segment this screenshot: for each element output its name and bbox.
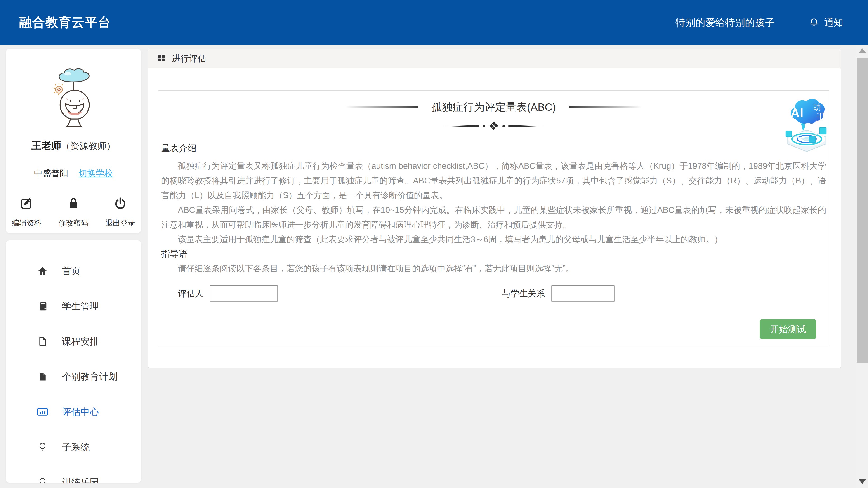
sidebar-item-students[interactable]: 学生管理 xyxy=(6,289,141,324)
sidebar-item-subsystem[interactable]: 子系统 xyxy=(6,429,141,465)
assessment-form: 评估人 与学生关系 xyxy=(158,285,829,303)
sidebar-item-home[interactable]: 首页 xyxy=(6,253,141,289)
change-password-button[interactable]: 修改密码 xyxy=(59,197,88,228)
start-test-button[interactable]: 开始测试 xyxy=(760,319,816,339)
ornament-divider: ❖ xyxy=(158,120,829,132)
svg-text:助: 助 xyxy=(813,103,821,112)
avatar xyxy=(45,67,102,128)
intro-paragraph: ABC量表采用问卷式，由家长（父母、教师）填写，在10~15分钟内完成。在临床实… xyxy=(161,203,826,232)
change-password-label: 修改密码 xyxy=(59,218,88,228)
app-logo: 融合教育云平台 xyxy=(19,14,111,31)
file-outline-icon xyxy=(36,336,49,346)
profile-card: 王老师（资源教师） 中盛普阳 切换学校 编辑资料 xyxy=(6,48,141,233)
header-slogan: 特别的爱给特别的孩子 xyxy=(675,16,775,29)
relation-field: 与学生关系 xyxy=(502,285,615,302)
intro-paragraph: 孤独症行为评定量表又称孤独症儿童行为检查量表（autism behavior c… xyxy=(161,159,826,203)
ornament-line-right xyxy=(508,125,545,127)
nav-label: 个别教育计划 xyxy=(62,370,118,383)
guide-paragraph: 请仔细逐条阅读以下各条目，若您的孩子有该项表现则请在项目的选项中选择“有”，若无… xyxy=(161,261,826,276)
bar-chart-icon xyxy=(36,407,49,417)
school-row: 中盛普阳 切换学校 xyxy=(6,168,141,179)
sidebar-item-assessment-center[interactable]: 评估中心 xyxy=(6,394,141,429)
guide-heading: 指导语 xyxy=(161,247,826,261)
power-icon xyxy=(114,197,127,211)
header-right: 特别的爱给特别的孩子 通知 xyxy=(675,16,843,29)
notifications-button[interactable]: 通知 xyxy=(809,16,843,29)
sidebar-nav: 首页 学生管理 课 xyxy=(6,240,141,483)
edit-icon xyxy=(20,197,33,211)
scrollbar xyxy=(857,45,868,488)
app-root: 融合教育云平台 特别的爱给特别的孩子 通知 xyxy=(0,0,868,488)
user-name-row: 王老师（资源教师） xyxy=(6,139,141,152)
scale-text-block: 量表介绍 孤独症行为评定量表又称孤独症儿童行为检查量表（autism behav… xyxy=(158,141,829,276)
panel-header: 进行评估 xyxy=(148,49,841,68)
home-icon xyxy=(36,266,49,276)
nav-label: 评估中心 xyxy=(62,406,99,418)
ornament-line-left xyxy=(443,125,479,127)
scroll-down-arrow-icon[interactable] xyxy=(859,480,866,484)
scale-card: AI 助 手 孤独症行为评定量表(ABC) ❖ 量表介绍 xyxy=(158,90,829,347)
edit-profile-button[interactable]: 编辑资料 xyxy=(12,197,41,228)
scroll-up-arrow-icon[interactable] xyxy=(859,48,866,53)
sidebar-item-training-park[interactable]: 训练乐园 xyxy=(6,465,141,483)
lock-icon xyxy=(67,197,80,211)
sidebar-item-schedule[interactable]: 课程安排 xyxy=(6,324,141,359)
assessor-input[interactable] xyxy=(210,285,278,302)
switch-school-link[interactable]: 切换学校 xyxy=(79,168,113,179)
panel-title: 进行评估 xyxy=(172,53,206,64)
nav-label: 课程安排 xyxy=(62,335,99,348)
bulb-icon xyxy=(36,442,49,452)
assessment-panel: 进行评估 xyxy=(148,48,841,368)
ornament-flower-icon: ❖ xyxy=(489,120,499,132)
nav-label: 训练乐园 xyxy=(62,476,99,483)
top-header: 融合教育云平台 特别的爱给特别的孩子 通知 xyxy=(0,0,868,45)
relation-label: 与学生关系 xyxy=(502,288,545,299)
scale-title-row: 孤独症行为评定量表(ABC) xyxy=(158,100,829,114)
sidebar-item-iep[interactable]: 个别教育计划 xyxy=(6,359,141,394)
file-solid-icon xyxy=(36,372,49,382)
bell-icon xyxy=(809,18,819,28)
edit-profile-label: 编辑资料 xyxy=(12,218,41,228)
ornament-dot xyxy=(483,125,485,127)
scrollbar-thumb[interactable] xyxy=(857,58,868,363)
book-icon xyxy=(36,301,49,311)
user-name: 王老师 xyxy=(31,140,61,151)
user-role: （资源教师） xyxy=(61,141,116,151)
school-name: 中盛普阳 xyxy=(34,168,68,179)
grid-icon xyxy=(157,54,166,64)
nav-label: 首页 xyxy=(62,265,81,277)
svg-text:AI: AI xyxy=(790,106,804,120)
profile-actions: 编辑资料 修改密码 退出登录 xyxy=(6,197,141,228)
logout-button[interactable]: 退出登录 xyxy=(105,197,135,228)
scale-title: 孤独症行为评定量表(ABC) xyxy=(432,100,556,114)
title-line-left xyxy=(346,106,418,108)
svg-text:手: 手 xyxy=(816,112,825,121)
nav-label: 子系统 xyxy=(62,441,90,453)
assessor-field: 评估人 xyxy=(178,285,278,302)
title-line-right xyxy=(569,106,642,108)
nav-label: 学生管理 xyxy=(62,300,99,313)
intro-paragraph: 该量表主要适用于孤独症儿童的筛查（此表要求评分者与被评儿童至少共同生活3～6周，… xyxy=(161,232,826,247)
ai-assistant-badge[interactable]: AI 助 手 xyxy=(781,97,833,153)
assessor-label: 评估人 xyxy=(178,288,204,299)
bulb-icon xyxy=(36,477,49,483)
notice-label: 通知 xyxy=(824,16,843,29)
logout-label: 退出登录 xyxy=(105,218,135,228)
ornament-dot xyxy=(502,125,505,127)
nav-card: 首页 学生管理 课 xyxy=(6,240,141,483)
relation-input[interactable] xyxy=(551,285,615,302)
intro-heading: 量表介绍 xyxy=(161,141,826,156)
